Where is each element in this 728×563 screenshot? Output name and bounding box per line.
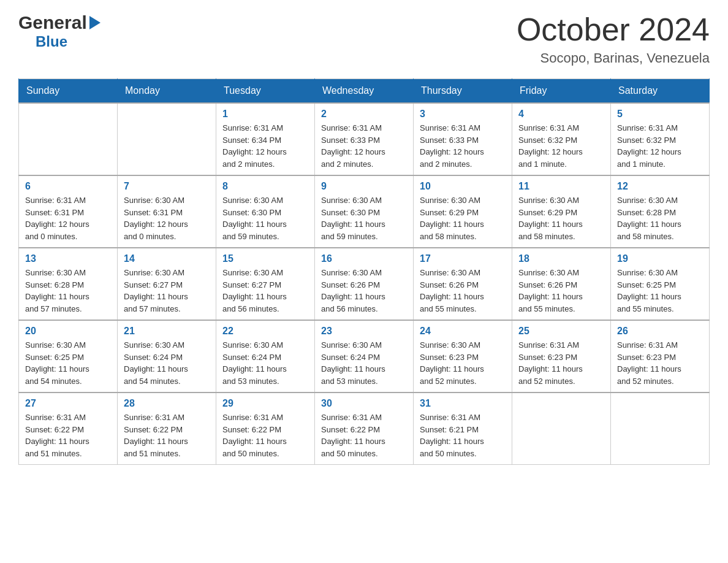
day-info: Sunrise: 6:30 AMSunset: 6:25 PMDaylight:… xyxy=(617,267,703,315)
day-number: 9 xyxy=(321,181,407,192)
day-number: 13 xyxy=(25,253,111,264)
day-info: Sunrise: 6:30 AMSunset: 6:28 PMDaylight:… xyxy=(25,267,111,315)
day-info: Sunrise: 6:31 AMSunset: 6:21 PMDaylight:… xyxy=(420,412,506,459)
day-info: Sunrise: 6:30 AMSunset: 6:28 PMDaylight:… xyxy=(617,194,703,242)
weekday-header-monday: Monday xyxy=(118,79,216,104)
day-number: 10 xyxy=(420,181,506,192)
day-info: Sunrise: 6:31 AMSunset: 6:23 PMDaylight:… xyxy=(518,339,604,387)
day-number: 2 xyxy=(321,109,407,120)
weekday-header-thursday: Thursday xyxy=(414,79,512,104)
empty-cell xyxy=(611,393,710,465)
day-info: Sunrise: 6:31 AMSunset: 6:23 PMDaylight:… xyxy=(617,339,703,387)
weekday-header-tuesday: Tuesday xyxy=(216,79,315,104)
day-cell-27: 27Sunrise: 6:31 AMSunset: 6:22 PMDayligh… xyxy=(19,393,118,465)
day-cell-3: 3Sunrise: 6:31 AMSunset: 6:33 PMDaylight… xyxy=(414,103,512,175)
day-cell-14: 14Sunrise: 6:30 AMSunset: 6:27 PMDayligh… xyxy=(118,248,216,320)
day-cell-21: 21Sunrise: 6:30 AMSunset: 6:24 PMDayligh… xyxy=(118,320,216,393)
calendar: SundayMondayTuesdayWednesdayThursdayFrid… xyxy=(18,79,710,465)
day-info: Sunrise: 6:31 AMSunset: 6:32 PMDaylight:… xyxy=(518,122,604,170)
day-cell-18: 18Sunrise: 6:30 AMSunset: 6:26 PMDayligh… xyxy=(512,248,611,320)
day-info: Sunrise: 6:30 AMSunset: 6:29 PMDaylight:… xyxy=(420,194,506,242)
day-number: 29 xyxy=(222,398,308,409)
day-number: 19 xyxy=(617,253,703,264)
day-cell-22: 22Sunrise: 6:30 AMSunset: 6:24 PMDayligh… xyxy=(216,320,315,393)
day-cell-15: 15Sunrise: 6:30 AMSunset: 6:27 PMDayligh… xyxy=(216,248,315,320)
day-number: 27 xyxy=(25,398,111,409)
day-info: Sunrise: 6:31 AMSunset: 6:22 PMDaylight:… xyxy=(25,412,111,459)
weekday-header-friday: Friday xyxy=(512,79,611,104)
day-info: Sunrise: 6:30 AMSunset: 6:27 PMDaylight:… xyxy=(124,267,210,315)
day-info: Sunrise: 6:30 AMSunset: 6:26 PMDaylight:… xyxy=(321,267,407,315)
day-cell-20: 20Sunrise: 6:30 AMSunset: 6:25 PMDayligh… xyxy=(19,320,118,393)
day-number: 16 xyxy=(321,253,407,264)
day-info: Sunrise: 6:31 AMSunset: 6:33 PMDaylight:… xyxy=(420,122,506,170)
day-cell-17: 17Sunrise: 6:30 AMSunset: 6:26 PMDayligh… xyxy=(414,248,512,320)
day-cell-16: 16Sunrise: 6:30 AMSunset: 6:26 PMDayligh… xyxy=(315,248,414,320)
day-number: 11 xyxy=(518,181,604,192)
day-cell-8: 8Sunrise: 6:30 AMSunset: 6:30 PMDaylight… xyxy=(216,175,315,248)
location-title: Socopo, Barinas, Venezuela xyxy=(517,50,710,66)
day-cell-10: 10Sunrise: 6:30 AMSunset: 6:29 PMDayligh… xyxy=(414,175,512,248)
day-number: 20 xyxy=(25,326,111,337)
logo: General Blue xyxy=(18,12,100,50)
day-info: Sunrise: 6:30 AMSunset: 6:26 PMDaylight:… xyxy=(518,267,604,315)
day-cell-1: 1Sunrise: 6:31 AMSunset: 6:34 PMDaylight… xyxy=(216,103,315,175)
week-row-2: 6Sunrise: 6:31 AMSunset: 6:31 PMDaylight… xyxy=(19,175,710,248)
day-number: 5 xyxy=(617,109,703,120)
day-number: 24 xyxy=(420,326,506,337)
day-number: 6 xyxy=(25,181,111,192)
day-info: Sunrise: 6:30 AMSunset: 6:31 PMDaylight:… xyxy=(124,194,210,242)
day-info: Sunrise: 6:30 AMSunset: 6:24 PMDaylight:… xyxy=(124,339,210,387)
empty-cell xyxy=(19,103,118,175)
logo-general-text: General xyxy=(18,12,87,33)
day-cell-23: 23Sunrise: 6:30 AMSunset: 6:24 PMDayligh… xyxy=(315,320,414,393)
day-cell-24: 24Sunrise: 6:30 AMSunset: 6:23 PMDayligh… xyxy=(414,320,512,393)
day-cell-19: 19Sunrise: 6:30 AMSunset: 6:25 PMDayligh… xyxy=(611,248,710,320)
day-info: Sunrise: 6:31 AMSunset: 6:32 PMDaylight:… xyxy=(617,122,703,170)
day-cell-9: 9Sunrise: 6:30 AMSunset: 6:30 PMDaylight… xyxy=(315,175,414,248)
day-cell-2: 2Sunrise: 6:31 AMSunset: 6:33 PMDaylight… xyxy=(315,103,414,175)
day-number: 25 xyxy=(518,326,604,337)
day-info: Sunrise: 6:31 AMSunset: 6:34 PMDaylight:… xyxy=(222,122,308,170)
weekday-header-wednesday: Wednesday xyxy=(315,79,414,104)
day-number: 23 xyxy=(321,326,407,337)
day-number: 28 xyxy=(124,398,210,409)
day-number: 12 xyxy=(617,181,703,192)
weekday-header-sunday: Sunday xyxy=(19,79,118,104)
day-info: Sunrise: 6:31 AMSunset: 6:31 PMDaylight:… xyxy=(25,194,111,242)
svg-marker-0 xyxy=(89,16,100,29)
day-info: Sunrise: 6:30 AMSunset: 6:24 PMDaylight:… xyxy=(321,339,407,387)
day-number: 8 xyxy=(222,181,308,192)
day-info: Sunrise: 6:31 AMSunset: 6:22 PMDaylight:… xyxy=(321,412,407,459)
day-cell-11: 11Sunrise: 6:30 AMSunset: 6:29 PMDayligh… xyxy=(512,175,611,248)
day-info: Sunrise: 6:31 AMSunset: 6:33 PMDaylight:… xyxy=(321,122,407,170)
day-cell-30: 30Sunrise: 6:31 AMSunset: 6:22 PMDayligh… xyxy=(315,393,414,465)
day-cell-25: 25Sunrise: 6:31 AMSunset: 6:23 PMDayligh… xyxy=(512,320,611,393)
day-cell-31: 31Sunrise: 6:31 AMSunset: 6:21 PMDayligh… xyxy=(414,393,512,465)
empty-cell xyxy=(118,103,216,175)
week-row-4: 20Sunrise: 6:30 AMSunset: 6:25 PMDayligh… xyxy=(19,320,710,393)
header: General Blue October 2024 Socopo, Barina… xyxy=(18,12,710,66)
day-cell-13: 13Sunrise: 6:30 AMSunset: 6:28 PMDayligh… xyxy=(19,248,118,320)
day-cell-29: 29Sunrise: 6:31 AMSunset: 6:22 PMDayligh… xyxy=(216,393,315,465)
day-number: 3 xyxy=(420,109,506,120)
day-info: Sunrise: 6:30 AMSunset: 6:24 PMDaylight:… xyxy=(222,339,308,387)
day-number: 15 xyxy=(222,253,308,264)
week-row-5: 27Sunrise: 6:31 AMSunset: 6:22 PMDayligh… xyxy=(19,393,710,465)
day-info: Sunrise: 6:30 AMSunset: 6:25 PMDaylight:… xyxy=(25,339,111,387)
day-info: Sunrise: 6:30 AMSunset: 6:30 PMDaylight:… xyxy=(321,194,407,242)
logo-blue-text: Blue xyxy=(36,33,67,50)
day-number: 1 xyxy=(222,109,308,120)
title-area: October 2024 Socopo, Barinas, Venezuela xyxy=(517,12,710,66)
day-cell-7: 7Sunrise: 6:30 AMSunset: 6:31 PMDaylight… xyxy=(118,175,216,248)
day-number: 18 xyxy=(518,253,604,264)
day-info: Sunrise: 6:31 AMSunset: 6:22 PMDaylight:… xyxy=(222,412,308,459)
weekday-header-row: SundayMondayTuesdayWednesdayThursdayFrid… xyxy=(19,79,710,104)
day-number: 14 xyxy=(124,253,210,264)
day-number: 30 xyxy=(321,398,407,409)
day-number: 26 xyxy=(617,326,703,337)
month-title: October 2024 xyxy=(517,12,710,47)
day-number: 7 xyxy=(124,181,210,192)
week-row-3: 13Sunrise: 6:30 AMSunset: 6:28 PMDayligh… xyxy=(19,248,710,320)
day-info: Sunrise: 6:30 AMSunset: 6:29 PMDaylight:… xyxy=(518,194,604,242)
